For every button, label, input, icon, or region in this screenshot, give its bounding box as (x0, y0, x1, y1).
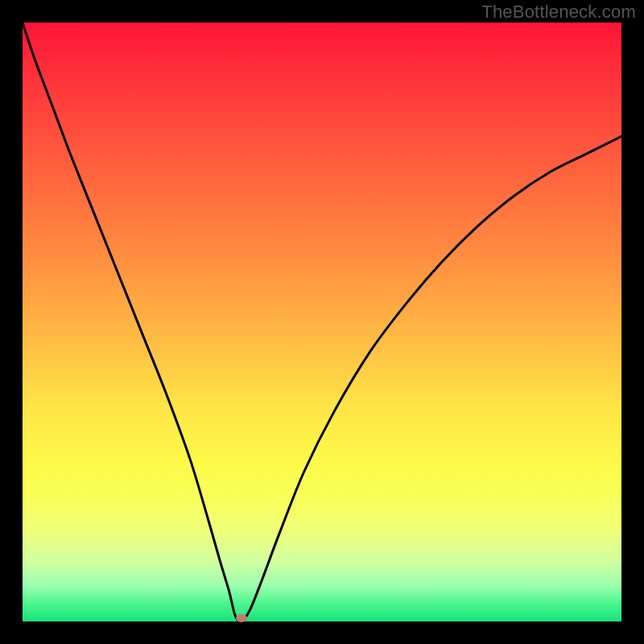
plot-area (23, 23, 621, 621)
bottleneck-curve (23, 23, 621, 621)
watermark-label: TheBottleneck.com (481, 2, 636, 23)
chart-frame: TheBottleneck.com (0, 0, 644, 644)
optimal-point-marker (236, 614, 247, 622)
curve-svg (23, 23, 621, 621)
